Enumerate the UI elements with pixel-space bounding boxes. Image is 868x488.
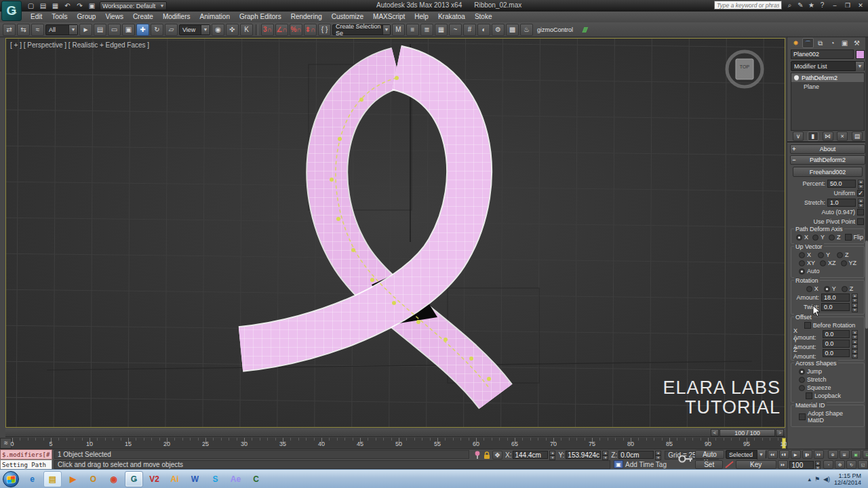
tray-hidden-icons[interactable]: ▴ (808, 476, 811, 483)
select-and-scale-icon[interactable]: ▱ (165, 24, 178, 36)
make-unique-button[interactable]: ⋈ (823, 131, 833, 141)
manage-layers-icon[interactable]: ≣ (420, 24, 433, 36)
up-xy-radio[interactable]: XY (799, 260, 815, 266)
krakatoa-icon[interactable]: /// (577, 26, 592, 34)
tab-modify[interactable]: ⌒ (802, 38, 814, 48)
stack-item-plane[interactable]: Plane (791, 82, 864, 91)
uniform-checkbox[interactable] (857, 190, 864, 197)
gizmo-control-button[interactable]: gizmoControl (537, 26, 573, 33)
object-name-field[interactable]: Plane002 (791, 49, 854, 59)
time-slider-track[interactable]: < 100 / 100 > (5, 428, 785, 437)
reference-coordinate-dropdown[interactable]: View▼ (179, 24, 210, 35)
render-setup-icon[interactable]: ⚙ (492, 24, 505, 36)
menu-group[interactable]: Group (73, 12, 101, 22)
taskbar-ie[interactable]: e (23, 471, 41, 487)
project-folder-icon[interactable]: ▣ (87, 1, 97, 10)
rotation-y-radio[interactable]: Y (824, 285, 836, 292)
menu-customize[interactable]: Customize (327, 12, 368, 22)
favorites-icon[interactable]: ★ (807, 1, 816, 9)
up-x-radio[interactable]: X (799, 251, 811, 258)
select-object-icon[interactable]: ► (79, 24, 92, 36)
auto-key-button[interactable]: Auto Key (695, 450, 724, 459)
select-by-name-icon[interactable]: ▤ (94, 24, 106, 36)
pathdeform-rollout-header[interactable]: −PathDeform2 (790, 155, 865, 165)
modifier-stack[interactable]: PathDeform2Plane (791, 73, 865, 131)
play-button[interactable]: ▶ (791, 450, 801, 459)
curve-editor-icon[interactable]: ~ (449, 24, 462, 36)
absolute-mode-icon[interactable]: ❖ (492, 451, 502, 460)
undo-icon[interactable]: ↶ (62, 1, 73, 10)
taskbar-camtasia[interactable]: C (247, 471, 265, 487)
bind-to-space-warp-icon[interactable]: ≈ (31, 24, 44, 36)
restore-button[interactable]: ❐ (843, 2, 852, 9)
menu-stoke[interactable]: Stoke (470, 12, 497, 22)
selection-set-anim-dropdown[interactable]: Selected▼ (726, 450, 766, 459)
selection-lock-icon[interactable] (483, 451, 491, 460)
window-crossing-icon[interactable]: ▣ (122, 24, 135, 36)
help-icon[interactable]: ? (818, 1, 827, 9)
maximize-viewport-button[interactable]: ◱ (858, 460, 868, 469)
menu-help[interactable]: Help (410, 12, 433, 22)
signin-icon[interactable]: ✎ (796, 1, 805, 9)
select-and-link-icon[interactable]: ⇄ (3, 24, 16, 36)
current-frame-field[interactable]: 100 (789, 461, 814, 469)
menu-modifiers[interactable]: Modifiers (158, 12, 195, 22)
percent-field[interactable]: 50.0 (827, 180, 856, 188)
selection-filter-dropdown[interactable]: All▼ (45, 24, 78, 35)
rotation-amount-spinner[interactable]: ▲▼ (852, 293, 858, 302)
menu-edit[interactable]: Edit (26, 12, 47, 22)
orbit-button[interactable]: ↻ (846, 460, 856, 469)
keyboard-override-icon[interactable]: K (240, 24, 253, 36)
mini-curve-editor-button[interactable]: ≋ (0, 438, 12, 449)
graphite-tools-icon[interactable]: ▦ (435, 24, 448, 36)
y-coordinate-field[interactable]: 153.9424c (566, 451, 601, 459)
show-end-result-button[interactable]: ▮ (808, 131, 818, 141)
viewcube[interactable]: TOP (724, 48, 766, 90)
new-scene-icon[interactable]: ▢ (26, 1, 36, 10)
up-auto-radio[interactable]: Auto (799, 268, 820, 274)
about-rollout-header[interactable]: +About (790, 144, 865, 154)
z-coordinate-spinner[interactable]: ▲▼ (655, 451, 661, 459)
time-config-button[interactable]: ◔ (823, 460, 833, 469)
help-search-input[interactable] (714, 1, 782, 9)
percent-spinner[interactable]: ▲▼ (858, 180, 864, 188)
y-amount-spinner[interactable]: ▲▼ (852, 340, 858, 348)
go-to-end-button[interactable]: ⏵⏵ (814, 450, 824, 459)
mirror-icon[interactable]: M (392, 24, 405, 36)
use-pivot-checkbox[interactable] (857, 218, 864, 225)
axis-y-radio[interactable]: Y (812, 234, 825, 241)
stack-item-pathdeform2[interactable]: PathDeform2 (791, 73, 864, 82)
zoom-extents-button[interactable]: ▣ (851, 450, 861, 459)
up-y-radio[interactable]: Y (818, 251, 830, 258)
zoom-extents-all-button[interactable]: ⊡ (863, 450, 868, 459)
z-coordinate-field[interactable]: 0.0cm (618, 451, 654, 459)
key-mode-toggle-button[interactable]: ⏵⏵ (778, 460, 788, 469)
tab-display[interactable]: ▣ (839, 38, 850, 48)
object-color-swatch[interactable] (856, 50, 865, 59)
zoom-button[interactable]: ⊕ (828, 450, 838, 459)
next-frame-arrow[interactable]: > (776, 429, 784, 436)
configure-modifier-sets-button[interactable]: ▤ (852, 131, 863, 141)
select-and-manipulate-icon[interactable]: ✜ (226, 24, 239, 36)
tray-action-center-flag[interactable]: ⚑ (814, 476, 820, 483)
named-selection-set-dropdown[interactable]: Create Selection Se▼ (332, 24, 391, 35)
taskbar-clock[interactable]: 1:15 PM 12/4/2014 (834, 472, 864, 486)
auto-checkbox[interactable] (857, 209, 864, 216)
menu-views[interactable]: Views (100, 12, 128, 22)
pick-path-button[interactable]: Freehand002 (793, 167, 863, 177)
adopt-matid-checkbox[interactable]: Adopt Shape MatID (799, 410, 861, 424)
remove-modifier-button[interactable]: × (837, 131, 848, 141)
render-production-icon[interactable]: ♨ (520, 24, 533, 36)
rendered-frame-icon[interactable]: ▩ (506, 24, 519, 36)
add-time-tag-label[interactable]: Add Time Tag (625, 461, 667, 468)
timeline-ruler[interactable]: 0510152025303540455055606570758085909510… (12, 438, 785, 449)
start-button[interactable] (3, 471, 19, 487)
set-key-brush-icon[interactable] (724, 460, 734, 469)
menu-rendering[interactable]: Rendering (286, 12, 327, 22)
rotation-amount-field[interactable]: 18.0 (821, 293, 850, 302)
isolate-selection-icon[interactable] (473, 451, 481, 460)
tab-create[interactable]: ✸ (790, 38, 802, 48)
squeeze-radio[interactable]: Squeeze (799, 384, 831, 391)
stretch-spinner[interactable]: ▲▼ (858, 199, 864, 207)
minimize-button[interactable]: – (830, 2, 840, 9)
